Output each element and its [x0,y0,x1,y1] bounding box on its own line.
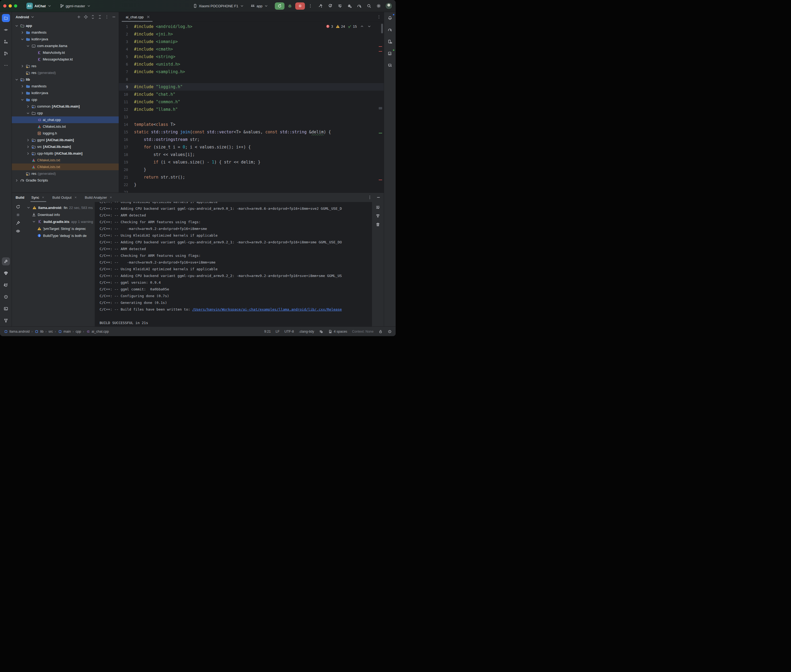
add-button[interactable] [75,14,82,20]
chevron-down-icon[interactable] [32,219,36,224]
breadcrumb-ai-chat-cpp[interactable]: ai_chat.cpp [86,330,109,334]
tree-item-res[interactable]: res(generated) [12,69,119,76]
tool-button-version-control[interactable] [2,317,10,325]
run-config-selector[interactable]: app [250,4,268,8]
avatar[interactable] [385,2,392,10]
code-line-20[interactable]: 20 } [119,166,384,173]
tree-item-com-example-llama[interactable]: com.example.llama [12,43,119,49]
tool-button-gemini-assistant[interactable] [386,61,394,69]
tree-item-messageadapter-kt[interactable]: MessageAdapter.kt [12,56,119,62]
breadcrumb-cpp[interactable]: cpp [75,330,81,333]
settings-button[interactable] [377,4,381,8]
build-tree-item[interactable]: BuildType 'debug' is both de [24,232,95,239]
close-tab-icon[interactable] [42,196,45,199]
status-line-separator[interactable]: LF [276,330,280,333]
project-view-title[interactable]: Android [16,15,29,19]
close-tab-icon[interactable] [109,196,112,199]
tree-item-kotlin-java[interactable]: kotlin+java [12,90,119,96]
analysis-stripe-mark[interactable] [379,46,382,47]
hide-build-panel-button[interactable] [376,195,380,200]
chevron-right-icon[interactable] [20,64,24,68]
project-widget[interactable]: AC AiChat [26,3,52,9]
code-area[interactable]: 3 24 15 1#include <android/log.h>2#inclu… [119,22,384,192]
stop-button[interactable] [295,2,305,10]
filters-button[interactable] [16,229,20,233]
tool-button-gradle[interactable] [386,26,394,34]
code-line-22[interactable]: 22} [119,181,384,189]
build-tree-item[interactable]: build.gradle.ktsapp 1 warning [24,218,95,225]
gradle-sync-button[interactable] [357,4,361,8]
chevron-right-icon[interactable] [26,145,30,149]
collapse-all-button[interactable] [96,14,103,20]
code-line-2[interactable]: 2#include <jni.h> [119,30,384,38]
code-line-23[interactable]: 23 [119,189,384,192]
status-inspections-widget[interactable] [319,330,323,334]
tree-item-res[interactable]: res [12,62,119,69]
tool-button-problems[interactable] [2,293,10,301]
chevron-right-icon[interactable] [26,151,30,156]
status-clang-tidy[interactable]: .clang-tidy [299,330,314,333]
pin-tab-button[interactable] [16,221,20,225]
build-and-run-button[interactable] [318,4,323,8]
tree-item-src[interactable]: src[AiChat.lib.main] [12,143,119,150]
code-line-3[interactable]: 3#include <iomanip> [119,38,384,45]
analysis-stripe-mark[interactable] [379,180,382,180]
tree-item-cpp[interactable]: cpp [12,96,119,103]
build-tab-build-output[interactable]: Build Output [52,193,78,202]
breadcrumb-lib[interactable]: lib [34,330,43,334]
build-log[interactable]: C/C++: -- Using KleidiAI optimized kerne… [95,202,372,326]
tool-button-terminal[interactable] [2,305,10,313]
tree-item-manifests[interactable]: manifests [12,83,119,90]
prev-problem-icon[interactable] [360,24,364,29]
tool-button-logcat[interactable] [2,281,10,289]
chevron-down-icon[interactable] [20,98,24,102]
editor-scrollbar[interactable] [381,24,383,34]
tool-button-more-tool-windows[interactable] [2,61,10,69]
chevron-right-icon[interactable] [20,30,24,35]
breadcrumb-main[interactable]: main [58,330,71,334]
tree-item-cmakelists-txt[interactable]: CMakeLists.txt [12,157,119,163]
code-line-17[interactable]: 17 for (size_t i = 0; i < values.size();… [119,143,384,151]
code-line-12[interactable]: 12#include "llama.h" [119,106,384,113]
status-indent-style[interactable]: 4 spaces [328,330,347,334]
tab-ai-chat-cpp[interactable]: ai_chat.cpp [121,12,153,22]
tree-item-logging-h[interactable]: logging.h [12,130,119,137]
code-line-16[interactable]: 16 std::ostringstream str; [119,136,384,143]
tree-item-manifests[interactable]: manifests [12,29,119,36]
options-menu-button[interactable] [104,14,110,20]
chevron-down-icon[interactable] [26,111,30,115]
code-line-4[interactable]: 4#include <cmath> [119,45,384,53]
chevron-down-icon[interactable] [26,44,30,48]
code-line-8[interactable]: 8 [119,75,384,83]
status-encoding[interactable]: UTF-8 [284,330,294,333]
vcs-branch-widget[interactable]: ggml-master [60,4,91,8]
code-line-11[interactable]: 11#include "common.h" [119,98,384,106]
chevron-down-icon[interactable] [30,15,35,19]
scroll-to-end-button[interactable] [376,214,380,218]
build-tab-build-analyzer[interactable]: Build Analyzer [85,193,113,202]
code-line-9[interactable]: 9#include "logging.h" [119,83,384,91]
breadcrumb-llama-android[interactable]: llama.android [4,330,30,334]
fullscreen-window-button[interactable] [14,4,17,8]
chevron-down-icon[interactable] [20,37,24,42]
code-line-19[interactable]: 19 if (i < values.size() - 1) { str << d… [119,158,384,166]
code-line-10[interactable]: 10#include "chat.h" [119,91,384,98]
search-everywhere-button[interactable] [367,4,371,8]
tree-item-ggml[interactable]: ggml[AiChat.lib.main] [12,137,119,143]
re-sync-button[interactable] [16,205,20,209]
code-line-6[interactable]: 6#include <unistd.h> [119,61,384,68]
editor-options-menu[interactable] [377,15,381,19]
tree-item-ai-chat-cpp[interactable]: ai_chat.cpp [12,117,119,123]
code-line-7[interactable]: 7#include <sampling.h> [119,68,384,75]
breadcrumb-src[interactable]: src [48,330,53,333]
inspections-widget[interactable]: 3 24 15 [326,24,371,29]
analysis-stripe-mark[interactable] [379,107,382,109]
chevron-down-icon[interactable] [14,24,19,28]
code-line-21[interactable]: 21 return str.str(); [119,173,384,181]
build-tree-item[interactable]: llama.android: fin22 sec, 583 ms [24,204,95,211]
code-line-5[interactable]: 5#include <string> [119,53,384,61]
expand-all-button[interactable] [90,14,96,20]
build-panel-title[interactable]: Build [16,195,24,200]
chevron-right-icon[interactable] [20,91,24,95]
tree-item-common[interactable]: common[AiChat.lib.main] [12,103,119,110]
